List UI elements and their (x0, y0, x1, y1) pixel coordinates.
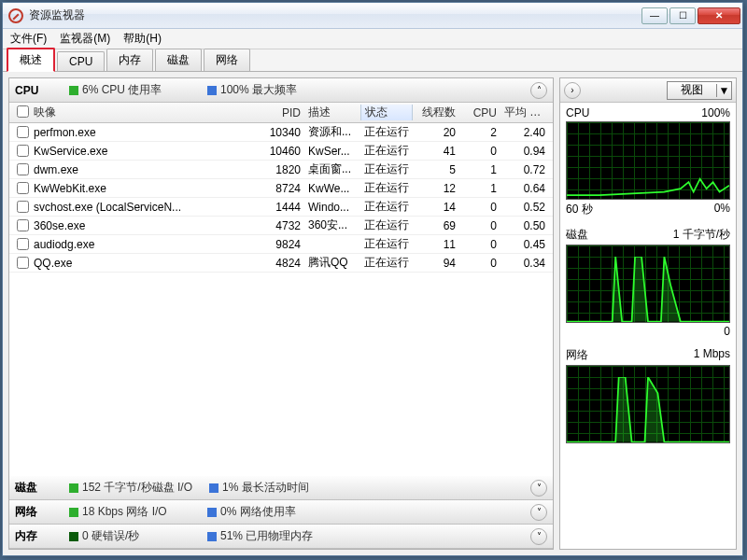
cell-threads: 12 (413, 182, 459, 195)
table-row[interactable]: perfmon.exe10340资源和...正在运行2022.40 (9, 123, 553, 142)
menu-help[interactable]: 帮助(H) (123, 31, 162, 47)
row-checkbox[interactable] (17, 145, 29, 157)
cpu-section-header[interactable]: CPU 6% CPU 使用率 100% 最大频率 ˄ (9, 78, 553, 103)
expand-disk-button[interactable]: ˅ (530, 480, 547, 497)
graphs-container: CPU100%60 秒0%磁盘1 千字节/秒0网络1 Mbps (560, 103, 736, 451)
tabstrip: 概述 CPU 内存 磁盘 网络 (3, 49, 742, 72)
table-row[interactable]: KwWebKit.exe8724KwWe...正在运行1210.64 (9, 179, 553, 198)
net-section-name: 网络 (15, 504, 52, 520)
cell-cpu: 0 (459, 238, 500, 251)
cell-threads: 14 (413, 201, 459, 214)
cell-status: 正在运行 (360, 236, 413, 252)
tab-memory[interactable]: 内存 (106, 49, 153, 71)
maximize-button[interactable]: ☐ (669, 7, 696, 24)
table-row[interactable]: audiodg.exe9824正在运行1100.45 (9, 235, 553, 254)
col-desc[interactable]: 描述 (304, 105, 360, 120)
dropdown-icon[interactable]: ▼ (716, 84, 731, 97)
col-checkbox[interactable] (13, 105, 30, 120)
table-row[interactable]: KwService.exe10460KwSer...正在运行4100.94 (9, 142, 553, 161)
table-rows: perfmon.exe10340资源和...正在运行2022.40KwServi… (9, 123, 553, 273)
cell-pid: 4824 (258, 257, 304, 270)
cell-desc: 360安... (304, 217, 360, 233)
row-checkbox[interactable] (17, 201, 29, 213)
graph-block: 磁盘1 千字节/秒0 (560, 223, 736, 343)
cell-pid: 4732 (258, 219, 304, 232)
col-status[interactable]: 状态 (360, 105, 413, 120)
cell-cpu: 1 (459, 163, 500, 176)
cell-threads: 69 (413, 219, 459, 232)
net-util-stat: 0% 网络使用率 (207, 504, 329, 520)
row-checkbox[interactable] (17, 182, 29, 194)
disk-section-header[interactable]: 磁盘 152 千字节/秒磁盘 I/O 1% 最长活动时间 ˅ (9, 476, 553, 500)
cell-desc: 腾讯QQ (304, 255, 360, 271)
row-checkbox[interactable] (17, 238, 29, 250)
col-cpu[interactable]: CPU (459, 106, 500, 119)
disk-io-stat: 152 千字节/秒磁盘 I/O (69, 480, 192, 496)
cell-pid: 8724 (258, 182, 304, 195)
blue-square-icon (207, 86, 217, 95)
cell-cpu: 1 (459, 182, 500, 195)
tab-disk[interactable]: 磁盘 (155, 49, 202, 71)
menu-file[interactable]: 文件(F) (10, 31, 47, 47)
row-checkbox[interactable] (17, 163, 29, 175)
window-title: 资源监视器 (29, 7, 641, 23)
cell-status: 正在运行 (360, 255, 413, 271)
graph-scale: 1 千字节/秒 (673, 227, 730, 243)
graph-block: CPU100%60 秒0% (560, 103, 736, 223)
cell-status: 正在运行 (360, 124, 413, 140)
tab-network[interactable]: 网络 (204, 49, 250, 71)
table-header: 映像 PID 描述 状态 线程数 CPU 平均 C... (9, 103, 553, 123)
net-section-header[interactable]: 网络 18 Kbps 网络 I/O 0% 网络使用率 ˅ (9, 500, 553, 525)
table-row[interactable]: 360se.exe4732360安...正在运行6900.50 (9, 217, 553, 235)
select-all-checkbox[interactable] (17, 105, 29, 118)
resource-monitor-window: 资源监视器 — ☐ ✕ 文件(F) 监视器(M) 帮助(H) 概述 CPU 内存… (2, 2, 743, 556)
row-checkbox[interactable] (17, 126, 29, 138)
mem-section-name: 内存 (15, 528, 52, 544)
cpu-freq-stat: 100% 最大频率 (207, 82, 329, 98)
col-threads[interactable]: 线程数 (413, 105, 459, 120)
net-io-stat: 18 Kbps 网络 I/O (69, 504, 190, 520)
table-row[interactable]: dwm.exe1820桌面窗...正在运行510.72 (9, 161, 553, 179)
row-checkbox[interactable] (17, 219, 29, 231)
collapse-graphs-button[interactable]: › (564, 82, 581, 99)
cell-cpu: 0 (459, 257, 500, 270)
tab-overview[interactable]: 概述 (7, 48, 55, 72)
window-buttons: — ☐ ✕ (641, 7, 740, 24)
green-square-icon (69, 86, 78, 95)
row-checkbox[interactable] (17, 257, 29, 269)
cell-desc: KwSer... (304, 145, 360, 158)
cell-desc: 资源和... (304, 124, 360, 140)
green-square-icon (69, 508, 78, 517)
graph-title: CPU (566, 106, 589, 119)
cell-cpu: 0 (459, 219, 500, 232)
tab-cpu[interactable]: CPU (57, 51, 105, 71)
view-selector[interactable]: 视图 ▼ (667, 81, 732, 100)
cpu-section-name: CPU (15, 84, 52, 97)
cell-avg: 0.34 (500, 257, 549, 270)
cell-desc: Windo... (304, 201, 360, 214)
cell-status: 正在运行 (360, 217, 413, 233)
close-button[interactable]: ✕ (698, 7, 740, 24)
disk-section-name: 磁盘 (15, 480, 52, 496)
col-avg[interactable]: 平均 C... (500, 105, 549, 120)
cell-pid: 1820 (258, 163, 304, 176)
graph-title: 磁盘 (566, 227, 588, 243)
expand-mem-button[interactable]: ˅ (530, 528, 547, 545)
table-row[interactable]: QQ.exe4824腾讯QQ正在运行9400.34 (9, 254, 553, 273)
col-image[interactable]: 映像 (30, 105, 258, 120)
graph-block: 网络1 Mbps (560, 343, 736, 451)
minimize-button[interactable]: — (641, 7, 668, 24)
expand-net-button[interactable]: ˅ (530, 504, 547, 521)
graph-scale: 100% (701, 106, 730, 119)
cell-image: dwm.exe (30, 163, 258, 176)
mem-section-header[interactable]: 内存 0 硬错误/秒 51% 已用物理内存 ˅ (9, 525, 553, 549)
cell-threads: 20 (413, 126, 459, 139)
cell-pid: 1444 (258, 201, 304, 214)
table-row[interactable]: svchost.exe (LocalServiceN...1444Windo..… (9, 198, 553, 217)
titlebar[interactable]: 资源监视器 — ☐ ✕ (3, 3, 742, 29)
col-pid[interactable]: PID (258, 106, 304, 119)
menu-monitor[interactable]: 监视器(M) (60, 31, 110, 47)
right-pane: › 视图 ▼ CPU100%60 秒0%磁盘1 千字节/秒0网络1 Mbps (559, 77, 737, 550)
collapse-cpu-button[interactable]: ˄ (530, 82, 547, 99)
green-square-icon (69, 483, 78, 493)
